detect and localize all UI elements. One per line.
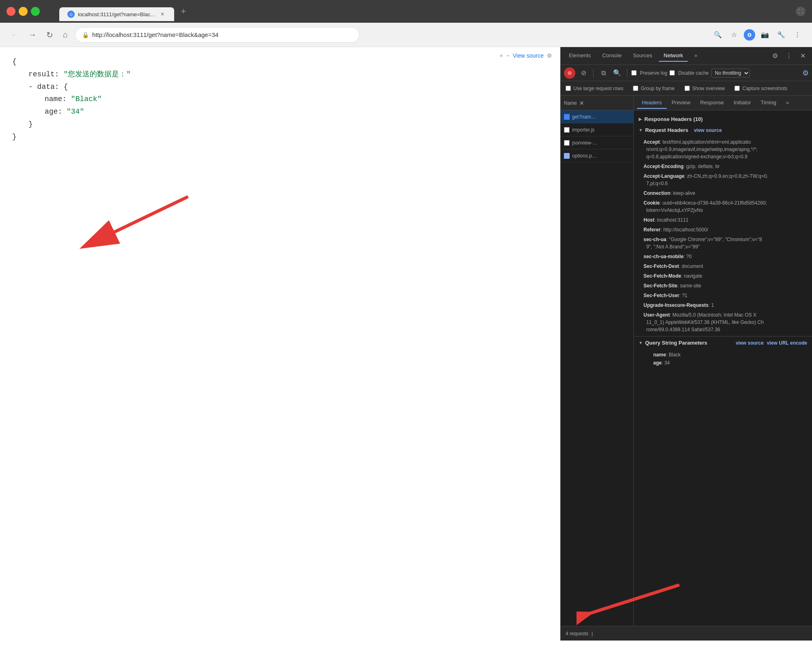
tab-preview[interactable]: Preview: [667, 97, 695, 109]
tab-response[interactable]: Response: [695, 97, 729, 109]
filter-icon[interactable]: ⧉: [598, 67, 609, 79]
tab-sources[interactable]: Sources: [628, 50, 657, 62]
response-headers-section[interactable]: ▶ Response Headers (10): [634, 114, 812, 125]
record-button[interactable]: [564, 67, 575, 79]
devtools-menu-icon[interactable]: ⋮: [783, 50, 795, 62]
settings-icon[interactable]: ⚙: [547, 51, 552, 60]
content-area: get?nam… importer.js jsonview-… options.…: [561, 110, 812, 626]
header-upgrade: Upgrade-Insecure-Requests: 1: [644, 300, 807, 310]
minimize-button[interactable]: [19, 7, 28, 16]
network-options: Use large request rows Group by frame Sh…: [561, 81, 812, 96]
header-referer: Referer: http://localhost:5000/: [644, 225, 807, 235]
back-button[interactable]: ←: [8, 28, 21, 42]
forward-button[interactable]: →: [26, 28, 39, 42]
new-tab-button[interactable]: +: [177, 6, 189, 17]
header-accept-encoding: Accept-Encoding: gzip, deflate, br: [644, 162, 807, 171]
more-icon[interactable]: ⋮: [791, 28, 804, 41]
tab-elements[interactable]: Elements: [564, 50, 596, 62]
network-item-3[interactable]: options.p…: [561, 149, 633, 162]
header-host: Host: localhost:3111: [644, 215, 807, 225]
query-params-content: name: Black age: 34: [634, 349, 812, 369]
headers-content: ▶ Response Headers (10) ▼ Request Header…: [634, 110, 812, 626]
query-param-name: name: Black: [644, 351, 807, 359]
network-list-header: Name ✕ Headers Preview Response Initiato…: [561, 96, 812, 110]
tab-favicon: [67, 11, 75, 18]
tab-more-headers[interactable]: »: [781, 97, 794, 109]
home-button[interactable]: ⌂: [60, 28, 70, 42]
reload-button[interactable]: ↻: [44, 28, 56, 42]
devtools-bottom-bar: 4 requests |: [561, 626, 812, 641]
tab-more[interactable]: »: [689, 50, 702, 62]
disable-cache-checkbox[interactable]: Disable cache: [669, 70, 708, 76]
show-overview-checkbox[interactable]: Show overview: [685, 86, 725, 91]
request-headers-section[interactable]: ▼ Request Headers view source: [634, 125, 812, 136]
header-user-agent: User-Agent: Mozilla/5.0 (Macintosh; Inte…: [644, 310, 807, 334]
tab-bar: localhost:3111/get?name=Blac… ✕ +: [53, 2, 196, 21]
devtools-close-icon[interactable]: ✕: [797, 50, 809, 62]
blue-gear-icon[interactable]: ⚙: [802, 69, 809, 78]
header-accept-language: Accept-Language: zh-CN,zh;q=0.9,en;q=0.8…: [644, 171, 807, 188]
camera-icon[interactable]: 📷: [758, 28, 771, 41]
browser-chrome: localhost:3111/get?name=Blac… ✕ + ⛶ ← → …: [0, 0, 812, 47]
query-string-header[interactable]: ▼ Query String Parameters view source vi…: [634, 336, 812, 349]
large-rows-checkbox[interactable]: Use large request rows: [566, 86, 623, 91]
json-line-6: }: [12, 119, 548, 130]
devtools-settings-icon[interactable]: ⚙: [769, 50, 781, 62]
item-icon-2: [564, 140, 570, 146]
tab-initiator[interactable]: Initiator: [729, 97, 756, 109]
json-view: + − View source ⚙ { result: "您发送的数据是：" -…: [0, 47, 560, 641]
header-accept: Accept: text/html,application/xhtml+xml,…: [644, 137, 807, 162]
fullscreen-button[interactable]: ⛶: [796, 6, 806, 16]
network-item-0[interactable]: get?nam…: [561, 110, 633, 123]
tab-title: localhost:3111/get?name=Blac…: [78, 11, 155, 17]
search-network-icon[interactable]: 🔍: [611, 67, 623, 79]
json-line-7: }: [12, 131, 548, 143]
extensions-icon[interactable]: 🔧: [775, 28, 788, 41]
tab-timing[interactable]: Timing: [756, 97, 782, 109]
title-bar: localhost:3111/get?name=Blac… ✕ + ⛶: [0, 0, 812, 23]
search-icon[interactable]: 🔍: [711, 28, 724, 41]
throttle-select[interactable]: No throttling: [711, 69, 750, 78]
tab-network[interactable]: Network: [659, 50, 688, 62]
item-icon-1: [564, 127, 570, 133]
request-view-source-link[interactable]: view source: [694, 127, 722, 133]
svg-point-2: [749, 34, 751, 36]
stop-button[interactable]: ⊘: [578, 67, 589, 79]
network-item-2[interactable]: jsonview-…: [561, 136, 633, 149]
view-source-link[interactable]: View source: [513, 51, 544, 60]
headers-panel: ▶ Response Headers (10) ▼ Request Header…: [634, 110, 812, 626]
bookmark-icon[interactable]: ☆: [728, 28, 741, 41]
network-name-column: get?nam… importer.js jsonview-… options.…: [561, 110, 634, 626]
active-tab[interactable]: localhost:3111/get?name=Blac… ✕: [59, 7, 174, 21]
header-connection: Connection: keep-alive: [644, 188, 807, 198]
chrome-icon[interactable]: [744, 29, 755, 41]
headers-tabs-bar: Headers Preview Response Initiator Timin…: [634, 96, 812, 110]
toolbar-minus[interactable]: −: [506, 51, 510, 60]
name-close-icon[interactable]: ✕: [579, 100, 584, 106]
query-view-url-encoded-link[interactable]: view URL encode: [767, 340, 807, 346]
network-item-1[interactable]: importer.js: [561, 123, 633, 136]
json-line-4: name: "Black": [12, 93, 548, 105]
network-toolbar: ⊘ ⧉ 🔍 Preserve log Disable cache No thro…: [561, 65, 812, 81]
toolbar-plus[interactable]: +: [500, 51, 503, 60]
maximize-button[interactable]: [31, 7, 40, 16]
tab-console[interactable]: Console: [597, 50, 626, 62]
header-sec-fetch-site: Sec-Fetch-Site: same-site: [644, 281, 807, 291]
url-text: http://localhost:3111/get?name=Black&age…: [92, 31, 352, 38]
query-arrow-icon: ▼: [639, 341, 643, 345]
url-bar[interactable]: 🔒 http://localhost:3111/get?name=Black&a…: [75, 27, 359, 43]
header-cookie: Cookie: uuid=ebb4ceca-d738-4a39-86c4-21f…: [644, 198, 807, 215]
query-view-source-link[interactable]: view source: [736, 340, 764, 346]
network-list: Name ✕ Headers Preview Response Initiato…: [561, 96, 812, 626]
arrow-overlay: [73, 193, 203, 270]
name-col-header: Name ✕: [561, 96, 634, 110]
divider2: [627, 69, 627, 77]
tab-close-icon[interactable]: ✕: [159, 11, 166, 18]
capture-screenshots-checkbox[interactable]: Capture screenshots: [734, 86, 787, 91]
json-line-3: - data: {: [12, 81, 548, 93]
close-button[interactable]: [6, 7, 15, 16]
header-sec-fetch-dest: Sec-Fetch-Dest: document: [644, 261, 807, 271]
preserve-log-checkbox[interactable]: Preserve log: [631, 70, 667, 76]
tab-headers[interactable]: Headers: [637, 97, 667, 109]
group-by-frame-checkbox[interactable]: Group by frame: [633, 86, 674, 91]
